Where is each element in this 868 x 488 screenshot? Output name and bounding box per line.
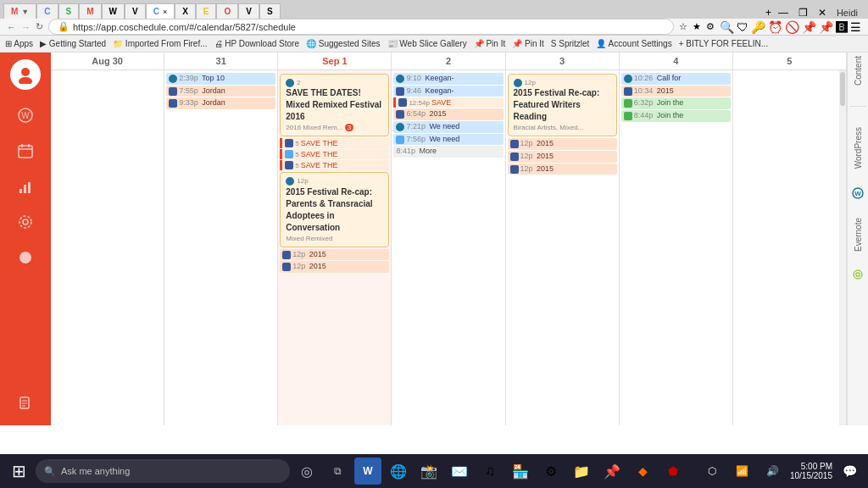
sidebar-icon-settings[interactable] xyxy=(10,207,41,237)
user-label: Heidi xyxy=(833,8,861,18)
bookmark-account[interactable]: 👤 Account Settings xyxy=(596,39,671,48)
sidebar-icon-calendar[interactable] xyxy=(10,136,41,166)
sidebar-icon-circle[interactable] xyxy=(10,242,41,273)
taskbar-settings2[interactable]: ⚙ xyxy=(537,458,565,485)
tab-x[interactable]: X xyxy=(175,3,196,19)
tab-v2[interactable]: V xyxy=(238,3,259,19)
event-2015-festival-sep1[interactable]: 12p 2015 Festival Re-cap: Parents & Tran… xyxy=(280,172,389,247)
sidebar-icon-wp[interactable]: W xyxy=(10,100,41,130)
bookmark-pinit1[interactable]: 📌 Pin It xyxy=(474,39,506,48)
taskbar-word[interactable]: W xyxy=(354,458,381,485)
lock-icon: 🔒 xyxy=(58,21,70,32)
settings-icon[interactable]: ⚙ xyxy=(706,21,715,32)
scrollbar[interactable] xyxy=(839,70,846,425)
right-sidebar-wordpress[interactable]: WordPress xyxy=(854,127,863,169)
day-col-sep1: 2 SAVE THE DATES! Mixed Remixed Festival… xyxy=(278,70,392,425)
day-col-aug30 xyxy=(51,70,164,425)
event-10-34[interactable]: 10:34 2015 xyxy=(621,86,731,97)
event-12p-a[interactable]: 12p 2015 xyxy=(280,249,389,261)
taskbar-app1[interactable]: ◆ xyxy=(629,458,656,485)
taskbar-folder[interactable]: 📁 xyxy=(568,458,595,485)
event-sep3-12p-c[interactable]: 12p 2015 xyxy=(508,164,617,175)
taskbar-mail[interactable]: ✉️ xyxy=(446,458,473,485)
event-6-54[interactable]: 6:54p 2015 xyxy=(393,108,503,120)
tab-s2[interactable]: S xyxy=(259,3,281,19)
back-button[interactable]: ← xyxy=(7,22,16,32)
tab-o[interactable]: O xyxy=(216,3,238,19)
tab-w[interactable]: W xyxy=(102,3,125,19)
taskbar-time[interactable]: 5:00 PM 10/15/2015 xyxy=(790,462,832,480)
svg-point-1 xyxy=(19,77,32,84)
sidebar-icon-analytics[interactable] xyxy=(10,171,41,202)
bookmark-pinit2[interactable]: 📌 Pin It xyxy=(512,39,544,48)
right-sidebar-evernote[interactable]: Evernote xyxy=(854,218,863,252)
taskbar-search[interactable]: 🔍 Ask me anything xyxy=(36,459,290,483)
taskbar-volume[interactable]: 🔊 xyxy=(760,458,787,485)
day-col-31: 2:39p Top 10 7:55p Jordan 9:33p Jordan xyxy=(164,70,278,425)
taskbar-store[interactable]: 🏪 xyxy=(507,458,534,485)
event-sep3-12p-a[interactable]: 12p 2015 xyxy=(508,138,617,150)
event-2-39p[interactable]: 2:39p Top 10 xyxy=(166,73,275,85)
event-9-10[interactable]: 9:10 Keegan- xyxy=(393,73,503,85)
new-tab-button[interactable]: + xyxy=(765,7,771,19)
taskbar-photo[interactable]: 📸 xyxy=(415,458,442,485)
event-2015-featured[interactable]: 12p 2015 Festival Re-cap: Featured Write… xyxy=(508,74,617,136)
event-save-5-fb1[interactable]: 5 SAVE THE xyxy=(280,138,389,148)
day-col-sep2: 9:10 Keegan- 9:46 Keegan- 12:54p SAVE 6:… xyxy=(392,70,505,425)
tab-e[interactable]: E xyxy=(196,3,217,19)
taskbar-notifications[interactable]: 💬 xyxy=(836,458,863,485)
event-12p-b[interactable]: 12p 2015 xyxy=(280,261,389,273)
close-button[interactable]: ✕ xyxy=(815,7,830,19)
refresh-button[interactable]: ↻ xyxy=(36,21,43,32)
start-button[interactable]: ⊞ xyxy=(5,458,32,485)
minimize-button[interactable]: — xyxy=(775,7,792,19)
sidebar-icon-doc[interactable] xyxy=(10,388,41,419)
event-6-32[interactable]: 6:32p Join the xyxy=(621,97,731,109)
bookmark-hp[interactable]: 🖨 HP Download Store xyxy=(214,39,299,48)
bookmark-imported[interactable]: 📁 Imported From Firef... xyxy=(113,39,207,48)
right-sidebar: Content WordPress W Evernote xyxy=(847,53,868,425)
bookmark-bitly[interactable]: + BITLY FOR FEELIN... xyxy=(679,39,769,48)
taskbar-chrome[interactable]: 🌐 xyxy=(385,458,412,485)
tab-m2[interactable]: M xyxy=(79,3,101,19)
taskbar-bluetooth[interactable]: ⬡ xyxy=(698,458,726,485)
star-icon[interactable]: ☆ xyxy=(679,21,687,32)
tab-sheets[interactable]: S xyxy=(58,3,80,19)
event-7-21[interactable]: 7:21p We need xyxy=(393,121,503,133)
taskbar-app2[interactable]: ⬟ xyxy=(659,458,687,485)
tab-calendar[interactable]: C xyxy=(36,3,58,19)
taskbar-task-view[interactable]: ⧉ xyxy=(324,458,351,485)
restore-button[interactable]: ❒ xyxy=(795,7,811,19)
tab-coschedule[interactable]: C × xyxy=(146,3,175,19)
day-header-31: 31 xyxy=(164,53,278,69)
event-8-41[interactable]: 8:41p More xyxy=(393,146,503,158)
event-7-56[interactable]: 7:56p We need xyxy=(393,134,503,146)
taskbar-network[interactable]: 📶 xyxy=(729,458,756,485)
url-display[interactable]: https://app.coschedule.com/#/calendar/58… xyxy=(73,22,296,32)
tab-bar: M ▼ C S M W V C × X E O V S + — ❒ ✕ Heid… xyxy=(0,0,868,19)
bookmark-suggested[interactable]: 🌐 Suggested Sites xyxy=(306,39,381,48)
tab-v[interactable]: V xyxy=(125,3,146,19)
bookmark-spritzlet[interactable]: S Spritzlet xyxy=(551,39,590,48)
bookmark-apps[interactable]: ⊞ Apps xyxy=(5,39,33,48)
event-sep3-12p-b[interactable]: 12p 2015 xyxy=(508,151,617,163)
event-7-55p[interactable]: 7:55p Jordan xyxy=(166,86,275,97)
event-save-5-tw[interactable]: 5 SAVE THE xyxy=(280,149,389,159)
bookmark-webslice[interactable]: 📰 Web Slice Gallery xyxy=(387,39,467,48)
event-save-5-fb2[interactable]: 5 SAVE THE xyxy=(280,160,389,170)
taskbar-pin[interactable]: 📌 xyxy=(598,458,626,485)
event-9-33p[interactable]: 9:33p Jordan xyxy=(166,97,275,109)
event-9-46[interactable]: 9:46 Keegan- xyxy=(393,86,503,97)
user-avatar[interactable] xyxy=(10,59,41,90)
event-save-12-54[interactable]: 12:54p SAVE xyxy=(393,97,503,108)
right-sidebar-content[interactable]: Content xyxy=(854,56,863,86)
forward-button[interactable]: → xyxy=(21,22,31,32)
bookmark-started[interactable]: ▶ Getting Started xyxy=(40,39,106,48)
event-8-44[interactable]: 8:44p Join the xyxy=(621,110,731,122)
event-save-dates[interactable]: 2 SAVE THE DATES! Mixed Remixed Festival… xyxy=(280,74,389,136)
taskbar-music[interactable]: ♫ xyxy=(476,458,504,485)
event-10-26[interactable]: 10:26 Call for xyxy=(621,73,731,85)
taskbar-cortana[interactable]: ◎ xyxy=(293,458,320,485)
bookmark-icon[interactable]: ★ xyxy=(693,21,701,32)
tab-gmail[interactable]: M ▼ xyxy=(3,3,36,19)
